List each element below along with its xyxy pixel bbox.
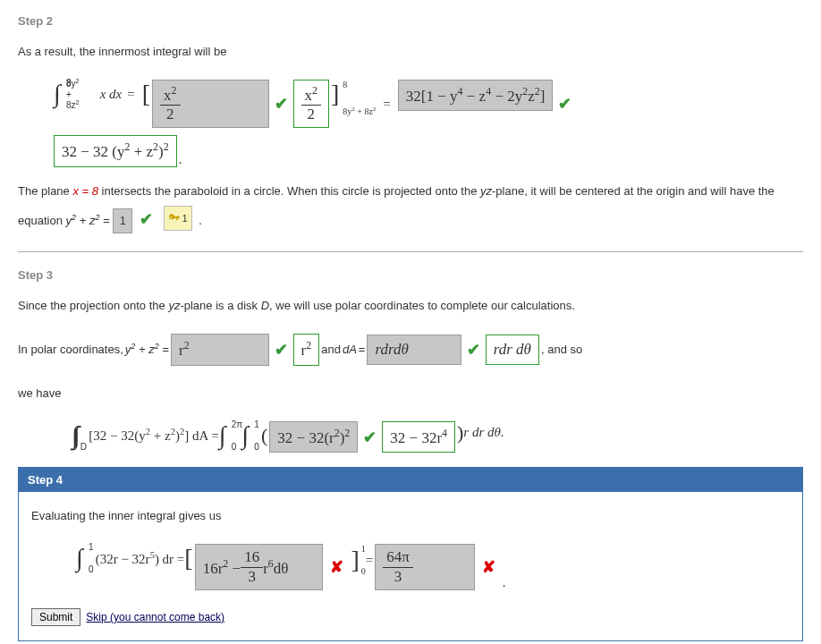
step3-dbl-integral: ∫ ∫D [32 − 32(y2 + z2)2] dA = ∫2π0 ∫10 (… [72, 421, 803, 453]
step2-eq1: ∫88y2 + 8z2 x dx = [ x22 ✔ x22 ] 8 8y2 +… [54, 80, 803, 128]
integral-sign: ∫2π0 [219, 421, 226, 450]
hint-key[interactable]: 1 [164, 206, 192, 231]
check-icon: ✔ [363, 428, 377, 447]
step3-polar-line: In polar coordinates, y2 + z2 = r2 ✔ r2 … [18, 334, 803, 366]
key-icon [168, 212, 181, 225]
check-icon: ✔ [275, 334, 288, 366]
step4-eq: ∫10 (32r − 32r5) dr = [ 16r2 − 163 r6dθ … [76, 544, 790, 590]
submit-button[interactable]: Submit [31, 608, 80, 626]
check-icon: ✔ [467, 334, 480, 366]
step2: Step 2 As a result, the innermost integr… [18, 14, 803, 235]
step4-intro: Evaluating the inner integral gives us [31, 504, 790, 528]
button-row: Submit Skip (you cannot come back) [31, 608, 790, 626]
bracket-close: ] [331, 80, 339, 108]
step2-answer2-grey[interactable]: 32[1 − y4 − z4 − 2y2z2] [398, 80, 554, 111]
skip-link[interactable]: Skip (you cannot come back) [86, 611, 224, 623]
step2-intro: As a result, the innermost integral will… [18, 40, 803, 64]
step3-expr-green: 32 − 32r4 [382, 421, 455, 453]
integral-sign: ∫10 [241, 421, 249, 450]
step3: Step 3 Since the projection onto the yz-… [18, 268, 803, 453]
step2-head: Step 2 [18, 14, 803, 28]
cross-icon: ✘ [482, 557, 495, 577]
integral-sign: ∫D [73, 421, 80, 450]
step2-small-input[interactable]: 1 [113, 208, 132, 233]
step3-r2-green: r2 [293, 334, 320, 365]
step3-head: Step 3 [18, 268, 803, 282]
step4-answer2-grey[interactable]: 64π3 [375, 544, 475, 590]
check-icon: ✔ [558, 94, 571, 114]
step2-paragraph: The plane x = 8 intersects the paraboloi… [18, 180, 803, 235]
integral-sign: ∫10 [76, 544, 83, 572]
plane-x8: x = 8 [72, 184, 98, 198]
integral-sign: ∫88y2 + 8z2 [54, 80, 61, 108]
step3-r2-grey[interactable]: r2 [171, 334, 269, 365]
step2-answer1-green: x22 [293, 80, 329, 128]
check-icon: ✔ [140, 210, 153, 228]
cross-icon: ✘ [330, 557, 343, 577]
step3-wehave: we have [18, 382, 803, 405]
integral: ∫88y2 + 8z2 x dx = [54, 80, 140, 108]
step3-rdr-grey[interactable]: rdrdθ [367, 335, 461, 365]
eval-limits: 8 8y2 + 8z2 [343, 80, 376, 116]
step3-intro: Since the projection onto the yz-plane i… [18, 294, 803, 318]
divider [18, 251, 803, 252]
step3-rdr-green: rdr dθ [486, 335, 539, 365]
step2-answer1-grey[interactable]: x22 [152, 80, 268, 128]
step4-answer1-grey[interactable]: 16r2 − 163 r6dθ [195, 544, 324, 590]
check-icon: ✔ [275, 94, 288, 114]
integrand: x dx [100, 87, 123, 102]
step4-head: Step 4 [19, 468, 802, 492]
step3-expr-grey[interactable]: 32 − 32(r2)2 [269, 421, 358, 453]
step4: Step 4 Evaluating the inner integral giv… [18, 467, 803, 641]
bracket-open: [ [142, 80, 150, 108]
step2-answer2-green: 32 − 32 (y2 + z2)2 [54, 135, 177, 166]
